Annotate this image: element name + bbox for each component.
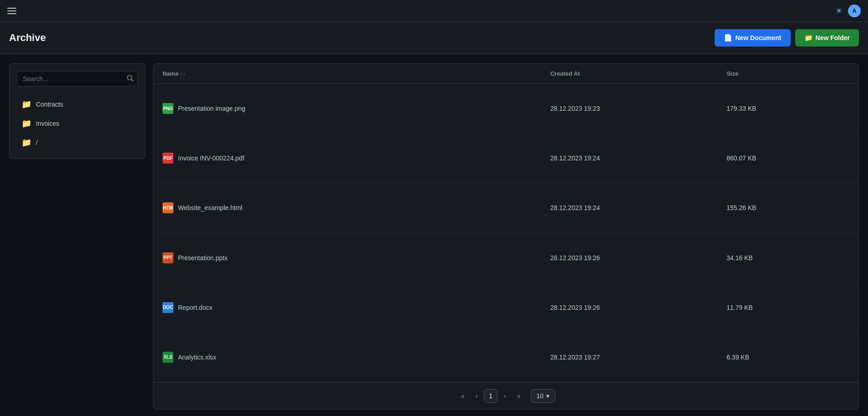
file-name: Report.docx xyxy=(178,304,212,311)
file-created-at: 28.12.2023 19:24 xyxy=(541,183,717,233)
per-page-select[interactable]: 10 ▾ xyxy=(531,389,556,403)
file-type-icon: DOC xyxy=(162,302,173,313)
folder-list: 📁 Contracts📁 Invoices📁 / xyxy=(17,96,138,151)
folder-icon: 📁 xyxy=(21,138,31,148)
file-created-at: 28.12.2023 19:23 xyxy=(541,84,717,134)
folder-icon: 📁 xyxy=(21,118,31,128)
navbar-right: ☀ A xyxy=(835,5,861,17)
file-size: 860.07 KB xyxy=(717,134,858,183)
file-type-icon: PDF xyxy=(162,153,173,164)
pagination-page-1-button[interactable]: 1 xyxy=(484,389,497,403)
page-title: Archive xyxy=(9,32,46,44)
file-size: 11.79 KB xyxy=(717,282,858,332)
file-name-cell: DOC Report.docx xyxy=(153,282,541,332)
file-type-icon: PNG xyxy=(162,103,173,114)
file-created-at: 28.12.2023 19:26 xyxy=(541,233,717,282)
file-size: 6.39 KB xyxy=(717,332,858,382)
col-size[interactable]: Size xyxy=(717,64,858,84)
file-type-icon: XLS xyxy=(162,352,173,363)
file-type-icon: PPT xyxy=(162,252,173,263)
file-name-cell: PPT Presentation.pptx xyxy=(153,233,541,282)
file-name: Presentation.pptx xyxy=(178,254,228,262)
pagination-last-button[interactable]: » xyxy=(513,390,525,402)
new-folder-label: New Folder xyxy=(816,34,850,41)
table-row[interactable]: PDF Invoice INV-000224.pdf 28.12.2023 19… xyxy=(153,134,858,183)
theme-toggle-icon[interactable]: ☀ xyxy=(835,6,843,16)
pagination-prev-button[interactable]: ‹ xyxy=(471,390,482,402)
per-page-chevron-icon: ▾ xyxy=(546,392,549,400)
file-table-body: PNG Presentation image.png 28.12.2023 19… xyxy=(153,84,858,382)
folder-label: Contracts xyxy=(36,101,63,108)
avatar[interactable]: A xyxy=(848,5,861,17)
search-box xyxy=(17,71,138,87)
file-name-cell: HTM Website_example.html xyxy=(153,183,541,233)
per-page-value: 10 xyxy=(537,392,544,400)
new-document-button[interactable]: 📄 New Document xyxy=(715,29,790,46)
main-content: 📁 Contracts📁 Invoices📁 / Name ↑↓ C xyxy=(0,54,868,416)
file-name-cell: XLS Analytics.xlsx xyxy=(153,332,541,382)
col-name[interactable]: Name ↑↓ xyxy=(153,64,541,84)
file-name-cell: PDF Invoice INV-000224.pdf xyxy=(153,134,541,183)
table-header-row: Name ↑↓ Created At Size xyxy=(153,64,858,84)
new-folder-button[interactable]: 📁 New Folder xyxy=(795,29,859,46)
file-created-at: 28.12.2023 19:27 xyxy=(541,332,717,382)
new-document-label: New Document xyxy=(735,34,781,41)
file-created-at: 28.12.2023 19:24 xyxy=(541,134,717,183)
search-input[interactable] xyxy=(17,71,138,87)
file-created-at: 28.12.2023 19:26 xyxy=(541,282,717,332)
header-actions: 📄 New Document 📁 New Folder xyxy=(715,29,859,46)
table-row[interactable]: HTM Website_example.html 28.12.2023 19:2… xyxy=(153,183,858,233)
file-name: Invoice INV-000224.pdf xyxy=(178,154,244,162)
file-size: 155.26 KB xyxy=(717,183,858,233)
navbar-left xyxy=(7,8,16,14)
sidebar-folder-root[interactable]: 📁 / xyxy=(17,134,138,151)
table-row[interactable]: XLS Analytics.xlsx 28.12.2023 19:27 6.39… xyxy=(153,332,858,382)
hamburger-menu-icon[interactable] xyxy=(7,8,16,14)
sidebar: 📁 Contracts📁 Invoices📁 / xyxy=(9,63,146,159)
table-row[interactable]: PPT Presentation.pptx 28.12.2023 19:26 3… xyxy=(153,233,858,282)
sidebar-folder-contracts[interactable]: 📁 Contracts xyxy=(17,96,138,113)
file-area: Name ↑↓ Created At Size PNG Presentation… xyxy=(153,63,859,410)
page-header: Archive 📄 New Document 📁 New Folder xyxy=(0,22,868,54)
file-size: 34.16 KB xyxy=(717,233,858,282)
table-row[interactable]: PNG Presentation image.png 28.12.2023 19… xyxy=(153,84,858,134)
pagination: « ‹ 1 › » 10 ▾ xyxy=(153,382,858,409)
sidebar-folder-invoices[interactable]: 📁 Invoices xyxy=(17,115,138,132)
col-created-at[interactable]: Created At xyxy=(541,64,717,84)
table-row[interactable]: DOC Report.docx 28.12.2023 19:26 11.79 K… xyxy=(153,282,858,332)
new-document-icon: 📄 xyxy=(724,34,732,42)
file-name: Website_example.html xyxy=(178,204,242,211)
folder-label: / xyxy=(36,139,38,146)
file-name-cell: PNG Presentation image.png xyxy=(153,84,541,134)
folder-icon: 📁 xyxy=(21,99,31,109)
navbar: ☀ A xyxy=(0,0,868,22)
file-table: Name ↑↓ Created At Size PNG Presentation… xyxy=(153,64,858,382)
file-type-icon: HTM xyxy=(162,202,173,213)
folder-label: Invoices xyxy=(36,120,59,127)
pagination-first-button[interactable]: « xyxy=(457,390,469,402)
sort-arrows-name: ↑↓ xyxy=(180,71,185,77)
file-name: Analytics.xlsx xyxy=(178,354,216,361)
pagination-next-button[interactable]: › xyxy=(499,390,511,402)
new-folder-icon: 📁 xyxy=(804,34,813,42)
file-name: Presentation image.png xyxy=(178,105,245,112)
file-size: 179.33 KB xyxy=(717,84,858,134)
